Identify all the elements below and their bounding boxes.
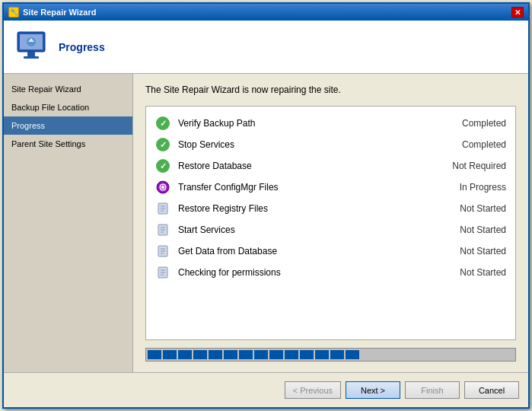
window-icon: 🔧 (8, 7, 19, 18)
finish-button[interactable]: Finish (405, 381, 460, 399)
close-button[interactable]: ✕ (511, 7, 524, 18)
window-title: Site Repair Wizard (23, 8, 96, 17)
notstarted-icon (156, 202, 170, 215)
check-icon: ✓ (156, 116, 170, 130)
title-bar-left: 🔧 Site Repair Wizard (8, 7, 96, 18)
task-name: Checking for permissions (178, 267, 430, 278)
task-status: Not Required (438, 161, 506, 171)
task-icon-7 (155, 265, 170, 280)
task-row: Restore Registry FilesNot Started (151, 198, 511, 219)
sidebar-item-backup-file-location[interactable]: Backup File Location (4, 98, 132, 116)
task-name: Stop Services (178, 139, 430, 150)
inprogress-icon (156, 180, 170, 194)
task-name: Verify Backup Path (178, 118, 430, 129)
progress-segment (315, 350, 329, 359)
progress-segment (178, 350, 192, 359)
notstarted-icon (156, 266, 170, 279)
notstarted-icon (156, 223, 170, 237)
notstarted-icon (156, 244, 170, 258)
task-icon-3 (155, 180, 170, 195)
task-row: Start ServicesNot Started (151, 219, 511, 241)
header-title: Progress (59, 41, 105, 53)
task-status: Not Started (438, 203, 506, 214)
task-name: Get Data from Database (178, 246, 430, 256)
cancel-button[interactable]: Cancel (464, 381, 519, 399)
sidebar-item-progress[interactable]: Progress (4, 116, 132, 135)
main-content: Site Repair WizardBackup File LocationPr… (4, 74, 528, 372)
task-row: ✓Verify Backup PathCompleted (151, 113, 511, 134)
check-icon: ✓ (156, 159, 170, 173)
progress-bar-fill (146, 349, 515, 361)
title-bar: 🔧 Site Repair Wizard ✕ (4, 4, 528, 21)
task-status: Not Started (438, 225, 506, 235)
sidebar-item-parent-site-settings[interactable]: Parent Site Settings (4, 135, 132, 153)
svg-point-6 (161, 186, 164, 189)
content-message: The Site Repair Wizard is now repairing … (145, 84, 516, 95)
task-icon-2: ✓ (155, 158, 170, 174)
task-icon-5 (155, 222, 170, 237)
progress-segment (193, 350, 207, 359)
previous-button[interactable]: < Previous (285, 381, 341, 399)
progress-bar-container (145, 348, 516, 362)
task-name: Restore Registry Files (178, 203, 430, 214)
progress-segment (209, 350, 222, 359)
footer: < Previous Next > Finish Cancel (4, 372, 528, 407)
sidebar-item-site-repair-wizard[interactable]: Site Repair Wizard (4, 80, 132, 98)
tasks-box: ✓Verify Backup PathCompleted✓Stop Servic… (145, 106, 516, 340)
task-name: Transfer ConfigMgr Files (178, 182, 430, 193)
progress-segment (269, 350, 283, 359)
svg-rect-2 (27, 52, 35, 56)
header-section: Progress (4, 21, 528, 74)
progress-segment (285, 350, 298, 359)
task-row: Checking for permissionsNot Started (151, 262, 511, 283)
progress-segment (346, 350, 359, 359)
task-icon-4 (155, 201, 170, 216)
progress-segment (239, 350, 253, 359)
progress-segment (254, 350, 268, 359)
task-status: Completed (438, 118, 506, 129)
task-status: In Progress (438, 182, 506, 193)
progress-segment (300, 350, 314, 359)
task-status: Not Started (438, 246, 506, 256)
header-icon (13, 29, 49, 65)
progress-segment (163, 350, 177, 359)
task-icon-0: ✓ (155, 116, 170, 131)
progress-segment (148, 350, 161, 359)
task-row: ✓Stop ServicesCompleted (151, 134, 511, 155)
task-row: Transfer ConfigMgr FilesIn Progress (151, 177, 511, 198)
task-name: Start Services (178, 225, 430, 235)
progress-segment (224, 350, 237, 359)
task-status: Completed (438, 139, 506, 150)
main-window: 🔧 Site Repair Wizard ✕ Progress Site Rep… (2, 2, 530, 409)
next-button[interactable]: Next > (346, 381, 400, 399)
task-icon-1: ✓ (155, 137, 170, 152)
sidebar: Site Repair WizardBackup File LocationPr… (4, 74, 133, 372)
content-area: The Site Repair Wizard is now repairing … (133, 74, 528, 372)
task-row: Get Data from DatabaseNot Started (151, 241, 511, 262)
task-row: ✓Restore DatabaseNot Required (151, 155, 511, 177)
task-name: Restore Database (178, 161, 430, 171)
task-icon-6 (155, 244, 170, 259)
progress-segment (330, 350, 344, 359)
svg-rect-3 (24, 56, 39, 59)
task-status: Not Started (438, 267, 506, 278)
check-icon: ✓ (156, 138, 170, 151)
